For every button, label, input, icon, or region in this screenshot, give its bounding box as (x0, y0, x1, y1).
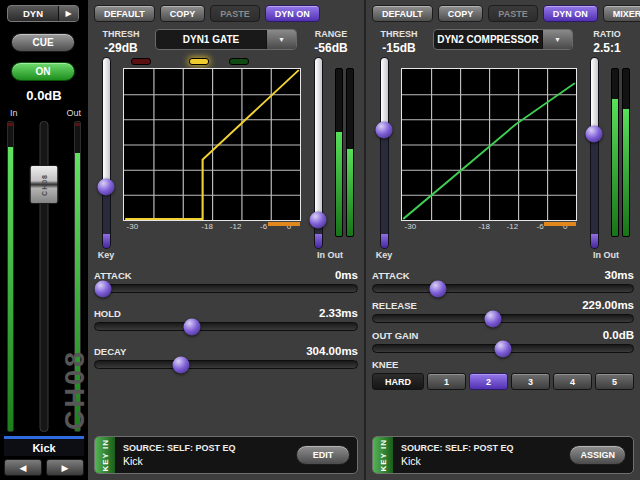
comp-axis-tick: -12 (507, 222, 519, 231)
comp-toolbar: DEFAULT COPY PASTE DYN ON MIXER (372, 5, 634, 22)
dyn-view-selector[interactable]: DYN ▶ (7, 5, 79, 22)
cue-button[interactable]: CUE (11, 33, 75, 52)
comp-threshold-slider[interactable] (372, 57, 396, 249)
gate-status-leds (123, 57, 301, 68)
comp-release-slider[interactable] (372, 314, 634, 323)
gate-axis-tick: -18 (201, 222, 213, 231)
comp-release-value: 229.00ms (582, 299, 634, 311)
fader-gain-readout: 0.0dB (0, 88, 88, 103)
gate-decay-label: DECAY (94, 346, 126, 357)
gate-threshold-handle[interactable] (98, 179, 115, 196)
comp-ratio-slider[interactable] (582, 57, 606, 249)
dynamics-screen: DYN ▶ CUE ON 0.0dB In Out CH08 CH08 Kick (0, 0, 640, 480)
gate-thresh-label: THRESH (94, 29, 148, 39)
comp-type-dropdown-arrow-icon[interactable]: ▼ (542, 30, 572, 49)
next-channel-button[interactable]: ▶ (46, 459, 84, 476)
gate-panel: DEFAULT COPY PASTE DYN ON THRESH -29dB D… (88, 0, 364, 480)
comp-panel: DEFAULT COPY PASTE DYN ON MIXER THRESH -… (364, 0, 640, 480)
comp-knee-4-button[interactable]: 4 (553, 373, 592, 390)
comp-attack-slider[interactable] (372, 284, 634, 293)
comp-under-labels: Key In Out (372, 250, 634, 260)
comp-release-handle[interactable] (484, 310, 501, 327)
gate-thresh-value: -29dB (94, 41, 148, 55)
gate-paste-button[interactable]: PASTE (210, 5, 259, 22)
prev-channel-button[interactable]: ◀ (4, 459, 42, 476)
dyn-view-label: DYN (8, 8, 58, 19)
next-channel-icon: ▶ (62, 463, 69, 473)
gate-range-handle[interactable] (310, 211, 327, 228)
channel-name-box[interactable]: Kick (4, 436, 84, 456)
gate-attack-row: ATTACK 0ms (94, 269, 358, 293)
comp-knee-hard-button[interactable]: HARD (372, 373, 424, 390)
gate-params: ATTACK 0ms HOLD 2.33ms (94, 269, 358, 369)
channel-in-meter (7, 121, 14, 432)
comp-knee-label: KNEE (372, 359, 398, 370)
gate-attack-slider[interactable] (94, 284, 358, 293)
gate-type-dropdown[interactable]: DYN1 GATE ▼ (155, 29, 297, 50)
comp-in-meter (611, 68, 619, 237)
comp-io-meters (606, 57, 634, 249)
comp-knee-3-button[interactable]: 3 (511, 373, 550, 390)
gate-toolbar: DEFAULT COPY PASTE DYN ON (94, 5, 358, 22)
gate-in-meter (335, 68, 343, 237)
gate-decay-slider[interactable] (94, 360, 358, 369)
gate-keyin-tab: KEY IN (95, 437, 115, 473)
comp-ratio-handle[interactable] (586, 126, 603, 143)
comp-inout-label: In Out (578, 250, 634, 260)
gate-led-red-icon (131, 58, 151, 65)
gate-type-label: DYN1 GATE (156, 34, 266, 45)
gate-keyin-box: KEY IN SOURCE: SELF: POST EQ Kick EDIT (94, 436, 358, 474)
comp-attack-row: ATTACK 30ms (372, 269, 634, 293)
dyn-view-next-icon[interactable]: ▶ (58, 6, 78, 21)
comp-knee-options: HARD 1 2 3 4 5 (372, 373, 634, 390)
gate-hold-value: 2.33ms (319, 307, 358, 319)
comp-outgain-row: OUT GAIN 0.0dB (372, 329, 634, 353)
comp-paste-button[interactable]: PASTE (488, 5, 537, 22)
gate-default-button[interactable]: DEFAULT (94, 5, 155, 22)
gate-copy-button[interactable]: COPY (160, 5, 206, 22)
comp-threshold-handle[interactable] (376, 122, 393, 139)
gate-type-dropdown-arrow-icon[interactable]: ▼ (266, 30, 296, 49)
dynamics-panels: DEFAULT COPY PASTE DYN ON THRESH -29dB D… (88, 0, 640, 480)
comp-out-meter (622, 68, 630, 237)
comp-thresh-label: THRESH (372, 29, 426, 39)
gate-threshold-slider[interactable] (94, 57, 118, 249)
comp-outgain-handle[interactable] (495, 340, 512, 357)
gate-range-label: RANGE (304, 29, 358, 39)
comp-outgain-slider[interactable] (372, 344, 634, 353)
comp-knee-5-button[interactable]: 5 (595, 373, 634, 390)
gate-axis-tick: -12 (230, 222, 242, 231)
comp-type-dropdown[interactable]: DYN2 COMPRESSOR ▼ (433, 29, 573, 50)
gate-led-green-icon (229, 58, 249, 65)
gate-decay-handle[interactable] (173, 356, 190, 373)
comp-default-button[interactable]: DEFAULT (372, 5, 433, 22)
gate-hold-handle[interactable] (183, 318, 200, 335)
comp-attack-handle[interactable] (430, 280, 447, 297)
comp-keyin-assign-button[interactable]: ASSIGN (569, 445, 626, 465)
comp-copy-button[interactable]: COPY (438, 5, 484, 22)
channel-name: Kick (32, 442, 55, 454)
gate-range-slider[interactable] (306, 57, 330, 249)
gate-io-meters (330, 57, 358, 249)
comp-release-row: RELEASE 229.00ms (372, 299, 634, 323)
comp-attack-value: 30ms (605, 269, 634, 281)
gate-dyn-on-button[interactable]: DYN ON (265, 5, 320, 22)
gate-axis-tick: -6 (260, 222, 267, 231)
gate-hold-slider[interactable] (94, 322, 358, 331)
meter-in-label: In (10, 108, 18, 118)
gate-axis-marker (268, 222, 300, 226)
gate-attack-handle[interactable] (94, 280, 111, 297)
gate-axis-tick: -30 (127, 222, 139, 231)
gate-out-meter (346, 68, 354, 237)
comp-dyn-on-button[interactable]: DYN ON (543, 5, 598, 22)
fader-zone: CH08 CH08 (0, 121, 88, 432)
fader-handle[interactable]: CH08 (30, 165, 59, 204)
comp-outgain-value: 0.0dB (603, 329, 634, 341)
channel-on-button[interactable]: ON (11, 62, 75, 81)
comp-knee-2-button[interactable]: 2 (469, 373, 508, 390)
comp-knee-1-button[interactable]: 1 (427, 373, 466, 390)
channel-id-watermark: CH08 (60, 349, 91, 430)
mixer-button[interactable]: MIXER (603, 5, 640, 22)
comp-leds-spacer (401, 57, 577, 68)
gate-keyin-edit-button[interactable]: EDIT (296, 445, 350, 465)
